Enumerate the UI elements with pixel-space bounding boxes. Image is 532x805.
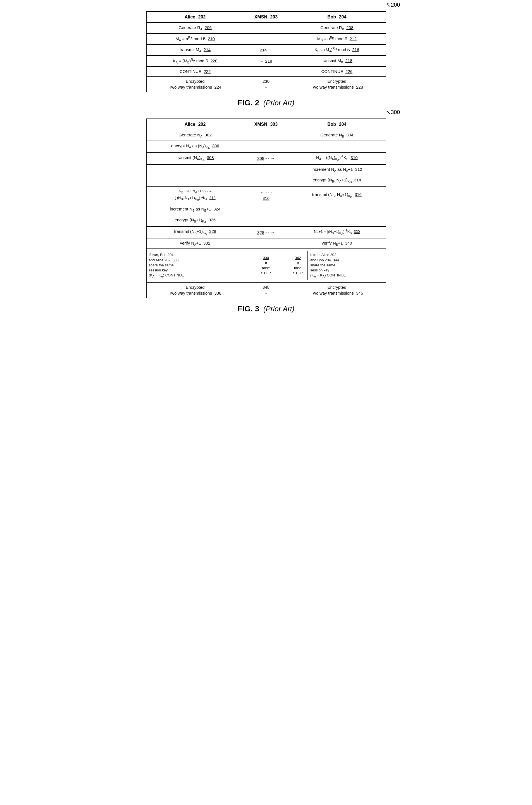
fig3-alice-3: transmit (NA)KA 308 [146, 152, 244, 164]
fig3-bob-2 [288, 141, 386, 153]
fig3-row-7: increment NB as NB+1 324 [146, 204, 386, 215]
fig2-alice-6: EncryptedTwo way transmissions 224 [146, 76, 244, 92]
fig2-row-4: KA = (MB)RA mod ß 220 ← 218 transmit MB … [146, 56, 386, 67]
fig2-alice-1: Generate RA 206 [146, 23, 244, 33]
fig2-bob-2: MB = αRB mod ß 212 [288, 34, 386, 44]
fig3-bob-header: Bob 204 [288, 119, 386, 130]
fig2-header-row: Alice 202 XMSN 203 Bob 204 [146, 12, 386, 23]
fig3-bob-10: verify NB+1 340 [288, 238, 386, 249]
fig3-xmsn-5 [244, 175, 288, 187]
fig2-xmsn-1 [244, 23, 288, 33]
fig3-alice-4 [146, 164, 244, 175]
fig2-alice-2: MA = αRA mod ß 210 [146, 34, 244, 44]
fig3-alice-11: If true, Bob 204and Alice 202 336 share … [146, 249, 244, 282]
fig3-header-row: Alice 202 XMSN 303 Bob 204 [146, 119, 386, 130]
fig2-bob-header: Bob 204 [288, 12, 386, 23]
fig3-bob-5: encrypt (NB, NA+1)KB 314 [288, 175, 386, 187]
fig2-xmsn-header: XMSN 203 [244, 12, 288, 23]
fig3-caption: FIG. 3 (Prior Art) [238, 305, 294, 313]
fig3-bob-4: increment NA as NA+1 312 [288, 164, 386, 175]
fig3-bob-6: transmit (NB, NA+1)KB 316 [288, 187, 386, 204]
fig2-row-3: transmit MA 214 214 → KB = (MA)RB mod ß … [146, 44, 386, 55]
fig3-bob-11: 342IffalseSTOP If true, Alice 202and Bob… [288, 249, 386, 282]
fig3-alice-1: Generate NA 302 [146, 130, 244, 141]
fig2-ref: ↖200 [386, 1, 400, 8]
fig3-row-8: encrypt (NB+1)KA 326 [146, 215, 386, 227]
fig2-wrapper: ↖200 Alice 202 XMSN 203 Bob 204 Generate… [146, 11, 386, 92]
fig3-bob-1: Generate NB 304 [288, 130, 386, 141]
fig3-bob-12: EncryptedTwo way transmissions 346 [288, 282, 386, 298]
fig3-xmsn-12: 348↔ [244, 282, 288, 298]
fig2-bob-1: Generate RB 208 [288, 23, 386, 33]
fig3-row-9: transmit (NB+1)KA 328 328 - - → NB+1 = (… [146, 226, 386, 238]
fig3-alice-12: EncryptedTwo way transmissions 338 [146, 282, 244, 298]
fig3-bob-8 [288, 215, 386, 227]
fig2-bob-5: CONTINUE 226 [288, 67, 386, 76]
fig3-row-10: verify NA+1 332 verify NB+1 340 [146, 238, 386, 249]
fig2-row-5: CONTINUE 222 CONTINUE 226 [146, 67, 386, 76]
fig2-bob-6: EncryptedTwo way transmissions 228 [288, 76, 386, 92]
fig3-xmsn-7 [244, 204, 288, 215]
fig2-bob-4: transmit MB 218 [288, 56, 386, 67]
fig3-row-6: NB 320, NA+1 322 = ( (NB, NA+1)KB)-1KA 3… [146, 187, 386, 204]
fig3-alice-8: encrypt (NB+1)KA 326 [146, 215, 244, 227]
fig3-xmsn-8 [244, 215, 288, 227]
fig2-alice-5: CONTINUE 222 [146, 67, 244, 76]
fig2-xmsn-6: 230↔ [244, 76, 288, 92]
fig3-row-3: transmit (NA)KA 308 308 - - → NA = ((NA)… [146, 152, 386, 164]
fig3-xmsn-9: 328 - - → [244, 226, 288, 238]
fig3-xmsn-11: 334IffalseSTOP [244, 249, 288, 282]
fig3-ref: ↖300 [386, 109, 400, 115]
fig3-bob-7 [288, 204, 386, 215]
fig2-table: Alice 202 XMSN 203 Bob 204 Generate RA 2… [146, 11, 386, 92]
fig2-row-2: MA = αRA mod ß 210 MB = αRB mod ß 212 [146, 34, 386, 44]
fig3-bob-9: NB+1 = ((NB+1)KA)-1KB 330 [288, 226, 386, 238]
fig3-row-12: EncryptedTwo way transmissions 338 348↔ … [146, 282, 386, 298]
fig2-xmsn-5 [244, 67, 288, 76]
fig3-xmsn-1 [244, 130, 288, 141]
fig2-alice-3: transmit MA 214 [146, 44, 244, 55]
fig2-xmsn-2 [244, 34, 288, 44]
fig2-bob-3: KB = (MA)RB mod ß 216 [288, 44, 386, 55]
fig3-xmsn-4 [244, 164, 288, 175]
fig3-alice-6: NB 320, NA+1 322 = ( (NB, NA+1)KB)-1KA 3… [146, 187, 244, 204]
fig3-alice-header: Alice 202 [146, 119, 244, 130]
fig3-alice-2: encrypt NA as (NA)KA 306 [146, 141, 244, 153]
fig2-row-6: EncryptedTwo way transmissions 224 230↔ … [146, 76, 386, 92]
fig3-bob-3: NA = ((NA)KA)-1KB 310 [288, 152, 386, 164]
fig3-alice-10: verify NA+1 332 [146, 238, 244, 249]
fig3-xmsn-2 [244, 141, 288, 153]
fig3-xmsn-10 [244, 238, 288, 249]
fig3-row-5: encrypt (NB, NA+1)KB 314 [146, 175, 386, 187]
fig3-alice-7: increment NB as NB+1 324 [146, 204, 244, 215]
fig3-xmsn-3: 308 - - → [244, 152, 288, 164]
fig2-alice-header: Alice 202 [146, 12, 244, 23]
fig3-alice-5 [146, 175, 244, 187]
fig3-row-4: increment NA as NA+1 312 [146, 164, 386, 175]
fig3-table: Alice 202 XMSN 303 Bob 204 Generate NA 3… [146, 118, 386, 298]
fig2-xmsn-4: ← 218 [244, 56, 288, 67]
fig3-row-11: If true, Bob 204and Alice 202 336 share … [146, 249, 386, 282]
fig2-row-1: Generate RA 206 Generate RB 208 [146, 23, 386, 33]
fig2-xmsn-3: 214 → [244, 44, 288, 55]
fig3-xmsn-header: XMSN 303 [244, 119, 288, 130]
fig3-row-2: encrypt NA as (NA)KA 306 [146, 141, 386, 153]
fig2-alice-4: KA = (MB)RA mod ß 220 [146, 56, 244, 67]
fig2-caption: FIG. 2 (Prior Art) [238, 98, 294, 107]
fig3-alice-9: transmit (NB+1)KA 328 [146, 226, 244, 238]
fig3-wrapper: ↖300 Alice 202 XMSN 303 Bob 204 Generate… [146, 118, 386, 298]
fig3-xmsn-6: ← - - -316 [244, 187, 288, 204]
fig3-row-1: Generate NA 302 Generate NB 304 [146, 130, 386, 141]
